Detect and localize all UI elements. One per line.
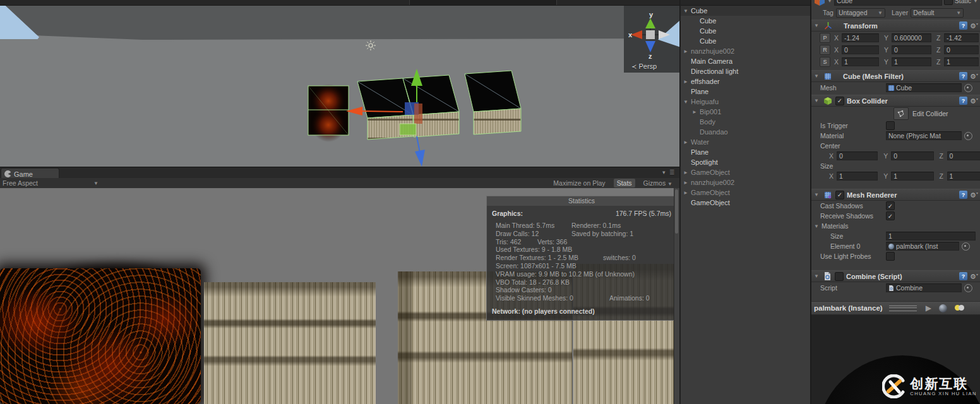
hierarchy-item-cube-child[interactable]: Cube — [681, 16, 811, 26]
scale-y-field[interactable]: 1 — [892, 57, 931, 66]
expand-arrow-icon[interactable] — [683, 79, 691, 85]
expand-arrow-icon[interactable] — [683, 8, 691, 14]
orientation-gizmo[interactable]: y x z — [628, 9, 672, 59]
expand-arrow-icon[interactable] — [683, 140, 691, 145]
expand-arrow-icon[interactable] — [683, 99, 691, 105]
pos-z-field[interactable]: -1.42 — [944, 33, 979, 42]
game-view-scrollbar[interactable] — [674, 188, 679, 404]
hierarchy-item-bip001[interactable]: Bip001 — [681, 107, 811, 117]
object-name-field[interactable]: Cube — [834, 0, 942, 6]
edit-collider-button[interactable] — [893, 107, 909, 120]
hierarchy-item-gameobject1[interactable]: GameObject — [681, 167, 811, 177]
preview-lighting-icon[interactable] — [955, 305, 965, 311]
stats-button[interactable]: Stats — [614, 179, 635, 187]
persp-label[interactable]: ≺ Persp — [631, 62, 657, 70]
center-y-field[interactable]: 0 — [891, 152, 933, 160]
cast-shadows-checkbox[interactable]: ✓ — [886, 201, 895, 210]
expand-arrow-icon[interactable] — [692, 109, 700, 115]
size-z-field[interactable]: 1 — [947, 172, 980, 181]
gizmos-button[interactable]: Gizmos ▼ — [640, 179, 676, 187]
hierarchy-item-plane[interactable]: Plane — [681, 86, 811, 97]
hierarchy-item-cube-child[interactable]: Cube — [681, 36, 811, 46]
scale-x-field[interactable]: 1 — [842, 57, 879, 66]
mesh-object-field[interactable]: Cube — [886, 83, 962, 92]
script-object-field[interactable]: Combine — [886, 283, 962, 292]
static-checkbox[interactable] — [944, 0, 953, 5]
material-preview-header[interactable]: palmbark (Instance) ▶ — [811, 301, 980, 315]
center-x-field[interactable]: 0 — [837, 152, 878, 160]
sun-light-icon[interactable] — [365, 40, 376, 51]
hierarchy-item-directional-light[interactable]: Directional light — [681, 66, 811, 76]
expand-arrow-icon[interactable] — [683, 49, 691, 54]
expand-arrow-icon[interactable] — [683, 170, 691, 175]
gear-icon[interactable]: ⚙ — [970, 272, 978, 281]
object-picker-icon[interactable] — [964, 84, 972, 92]
mesh-renderer-enabled-checkbox[interactable]: ✓ — [835, 191, 844, 199]
object-picker-icon[interactable] — [962, 242, 970, 251]
scene-viewport[interactable]: y x z ≺ Persp — [0, 6, 679, 167]
gear-icon[interactable]: ⚙ — [970, 191, 978, 199]
expand-arrow-icon[interactable] — [683, 190, 691, 196]
fold-arrow-icon[interactable] — [814, 73, 822, 79]
hierarchy-item-cube-child[interactable]: Cube — [681, 26, 811, 36]
help-icon[interactable]: ? — [959, 272, 967, 280]
rot-x-field[interactable]: 0 — [842, 45, 879, 54]
gear-icon[interactable]: ⚙ — [970, 21, 978, 30]
hierarchy-item-plane2[interactable]: Plane — [681, 147, 811, 157]
mesh-filter-header[interactable]: Cube (Mesh Filter) ?⚙ — [811, 70, 980, 82]
rot-y-field[interactable]: 0 — [892, 45, 931, 54]
drag-handle[interactable] — [889, 306, 917, 311]
hierarchy-item-duandao[interactable]: Duandao — [681, 127, 811, 137]
help-icon[interactable]: ? — [959, 21, 967, 30]
center-z-field[interactable]: 0 — [947, 152, 980, 160]
combine-script-header[interactable]: Combine (Script) ?⚙ — [811, 270, 980, 282]
gear-icon[interactable]: ⚙ — [970, 97, 978, 105]
scale-button[interactable]: S — [820, 57, 830, 67]
aspect-dropdown[interactable]: Free Aspect ▼ — [0, 178, 101, 188]
gear-icon[interactable]: ⚙ — [970, 72, 978, 81]
splitter-scene-hierarchy[interactable] — [679, 0, 680, 404]
object-picker-icon[interactable] — [964, 284, 972, 292]
hierarchy-item-main-camera[interactable]: Main Camera — [681, 56, 811, 66]
size-y-field[interactable]: 1 — [891, 172, 933, 181]
chevron-down-icon[interactable]: ▼ — [973, 0, 978, 4]
hierarchy-item-cube[interactable]: Cube — [681, 6, 811, 16]
help-icon[interactable]: ? — [959, 191, 967, 199]
preview-sphere-icon[interactable] — [939, 304, 947, 312]
transform-header[interactable]: Transform ?⚙ — [811, 20, 980, 32]
rotation-button[interactable]: R — [820, 45, 830, 55]
splitter-hierarchy-inspector[interactable] — [810, 0, 811, 404]
is-trigger-checkbox[interactable] — [886, 121, 895, 130]
object-picker-icon[interactable] — [964, 132, 972, 140]
mesh-renderer-header[interactable]: ✓ Mesh Renderer ?⚙ — [811, 189, 980, 201]
maximize-on-play-button[interactable]: Maximize on Play — [550, 179, 608, 187]
fold-arrow-icon[interactable] — [814, 98, 822, 104]
size-x-field[interactable]: 1 — [837, 172, 878, 181]
materials-size-field[interactable]: 1 — [886, 232, 976, 241]
scale-z-field[interactable]: 1 — [944, 57, 979, 66]
chevron-down-icon[interactable]: ▼ — [827, 0, 832, 4]
fold-arrow-icon[interactable] — [814, 273, 822, 279]
hierarchy-item-spotlight[interactable]: Spotlight — [681, 157, 811, 167]
light-probes-checkbox[interactable] — [886, 252, 895, 261]
receive-shadows-checkbox[interactable]: ✓ — [886, 211, 895, 220]
pos-y-field[interactable]: 0.600000 — [892, 33, 931, 42]
combine-enabled-checkbox[interactable] — [835, 272, 844, 281]
hierarchy-item-heiguafu[interactable]: Heiguafu — [681, 97, 811, 107]
box-collider-header[interactable]: ✓ Box Collider ?⚙ — [811, 95, 980, 107]
scene-selected-cubes[interactable] — [302, 66, 523, 167]
box-collider-enabled-checkbox[interactable]: ✓ — [835, 97, 844, 105]
element0-material-field[interactable]: palmbark (Inst — [886, 242, 959, 251]
fold-arrow-icon[interactable] — [814, 192, 822, 198]
position-button[interactable]: P — [820, 33, 830, 43]
hierarchy-item-water[interactable]: Water — [681, 137, 811, 147]
rot-z-field[interactable]: 0 — [944, 45, 979, 54]
hierarchy-item-nanzhujue002[interactable]: nanzhujue002 — [681, 46, 811, 56]
hierarchy-item-body[interactable]: Body — [681, 117, 811, 127]
hierarchy-item-effshader[interactable]: effshader — [681, 76, 811, 86]
fold-arrow-icon[interactable] — [814, 23, 822, 28]
hierarchy-item-gameobject2[interactable]: GameObject — [681, 187, 811, 198]
game-viewport[interactable]: Statistics Graphics: 176.7 FPS (5.7ms) M… — [0, 188, 679, 404]
material-preview-body[interactable]: 创新互联 CHUANG XIN HU LIAN — [811, 315, 980, 404]
physic-material-field[interactable]: None (Physic Mat — [886, 131, 962, 140]
